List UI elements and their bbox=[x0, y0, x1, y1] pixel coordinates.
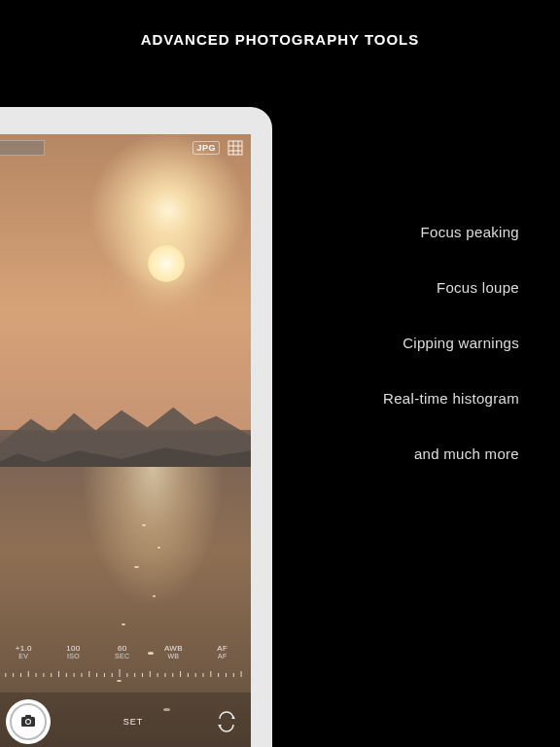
page-title: ADVANCED PHOTOGRAPHY TOOLS bbox=[0, 31, 560, 48]
feature-list: Focus peaking Focus loupe Cipping warnin… bbox=[383, 224, 519, 501]
shutter-inner bbox=[10, 703, 47, 740]
sun bbox=[148, 245, 185, 282]
histogram-preview[interactable] bbox=[0, 140, 45, 156]
param-label: EV bbox=[16, 653, 32, 659]
param-label: AF bbox=[217, 653, 228, 659]
feature-item: Real-time histogram bbox=[383, 390, 519, 407]
grid-icon[interactable] bbox=[228, 140, 243, 156]
feature-item: and much more bbox=[383, 445, 519, 462]
settings-button[interactable]: SET bbox=[118, 713, 150, 730]
svg-point-42 bbox=[26, 720, 30, 724]
sky-backdrop bbox=[0, 134, 251, 430]
param-sec[interactable]: 60 SEC bbox=[115, 644, 129, 659]
svg-rect-40 bbox=[25, 715, 31, 718]
svg-marker-43 bbox=[231, 716, 235, 719]
feature-item: Focus peaking bbox=[383, 224, 519, 240]
exposure-ruler[interactable] bbox=[0, 665, 245, 681]
param-label: ISO bbox=[66, 653, 80, 659]
shutter-button[interactable] bbox=[6, 699, 51, 744]
param-value: AWB bbox=[164, 644, 183, 653]
svg-marker-44 bbox=[218, 725, 222, 728]
param-label: WB bbox=[164, 653, 183, 659]
param-ev[interactable]: +1.0 EV bbox=[16, 644, 32, 659]
param-value: 100 bbox=[66, 644, 80, 653]
param-value: AF bbox=[217, 644, 228, 653]
exposure-params: +1.0 EV 100 ISO 60 SEC AWB WB AF AF bbox=[0, 644, 245, 659]
feature-item: Cipping warnings bbox=[383, 335, 519, 351]
svg-rect-0 bbox=[228, 141, 242, 155]
camera-icon bbox=[20, 714, 36, 730]
camera-swap-icon[interactable] bbox=[216, 711, 237, 732]
param-wb[interactable]: AWB WB bbox=[164, 644, 183, 659]
tablet-device-frame: JPG +1.0 EV 100 ISO bbox=[0, 107, 272, 747]
camera-controls: +1.0 EV 100 ISO 60 SEC AWB WB AF AF bbox=[0, 644, 251, 747]
camera-viewfinder: JPG +1.0 EV 100 ISO bbox=[0, 134, 251, 747]
param-value: 60 bbox=[115, 644, 129, 653]
bottom-bar: SET bbox=[0, 693, 251, 747]
feature-item: Focus loupe bbox=[383, 279, 519, 296]
param-iso[interactable]: 100 ISO bbox=[66, 644, 80, 659]
format-badge[interactable]: JPG bbox=[192, 141, 220, 155]
param-value: +1.0 bbox=[16, 644, 32, 653]
param-af[interactable]: AF AF bbox=[217, 644, 228, 659]
viewfinder-top-controls: JPG bbox=[192, 140, 243, 156]
param-label: SEC bbox=[115, 653, 129, 659]
